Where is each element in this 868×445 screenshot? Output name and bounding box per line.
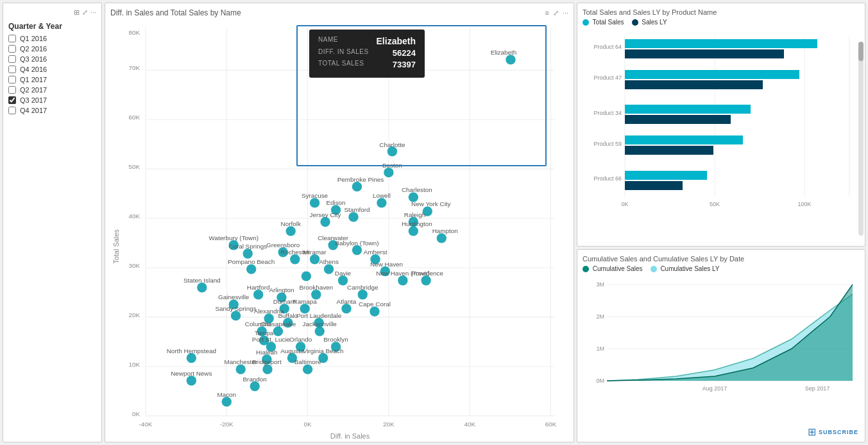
bar-chart-title: Total Sales and Sales LY by Product Name bbox=[583, 8, 860, 16]
svg-text:Augusta: Augusta bbox=[280, 347, 304, 354]
svg-rect-165 bbox=[625, 49, 784, 58]
svg-point-70 bbox=[290, 254, 300, 264]
svg-text:Brandon: Brandon bbox=[243, 376, 267, 383]
filter-checkbox-7[interactable] bbox=[8, 107, 16, 114]
svg-text:-20K: -20K bbox=[220, 421, 234, 428]
svg-text:0K: 0K bbox=[621, 201, 628, 207]
svg-text:Raleigh: Raleigh bbox=[404, 211, 426, 218]
svg-text:Diff. in Sales: Diff. in Sales bbox=[330, 432, 370, 440]
filter-checkbox-5[interactable] bbox=[8, 86, 16, 94]
svg-point-72 bbox=[310, 254, 319, 264]
filter-item-q3-2017[interactable]: Q3 2017 bbox=[8, 96, 96, 104]
svg-text:Ramapa: Ramapa bbox=[293, 298, 318, 305]
svg-rect-167 bbox=[625, 80, 763, 89]
cumulative-legend: Cumulative Sales Cumulative Sales LY bbox=[583, 265, 860, 272]
svg-text:Hialeah: Hialeah bbox=[256, 349, 278, 356]
filter-panel: ⊞ ⤢ ··· Quarter & Year Q1 2016Q2 2016Q3 … bbox=[3, 3, 102, 442]
svg-text:Cambridge: Cambridge bbox=[347, 284, 379, 291]
panel-header: ⊞ ⤢ ··· bbox=[8, 8, 96, 17]
svg-text:Aug 2017: Aug 2017 bbox=[702, 385, 728, 392]
svg-text:100K: 100K bbox=[797, 201, 811, 207]
svg-text:Baltimore: Baltimore bbox=[294, 358, 321, 365]
svg-point-114 bbox=[273, 326, 283, 336]
svg-text:Hartford: Hartford bbox=[247, 284, 270, 291]
svg-text:Atlanta: Atlanta bbox=[337, 298, 357, 305]
svg-text:Product 34: Product 34 bbox=[593, 110, 622, 116]
svg-point-106 bbox=[231, 311, 241, 320]
svg-text:Macon: Macon bbox=[217, 391, 236, 398]
svg-point-135 bbox=[262, 364, 272, 374]
svg-text:20K: 20K bbox=[383, 421, 395, 428]
svg-point-138 bbox=[187, 376, 196, 385]
filter-item-q1-2017[interactable]: Q1 2017 bbox=[8, 76, 96, 83]
svg-rect-164 bbox=[625, 39, 817, 48]
filter-label-5: Q2 2017 bbox=[20, 86, 47, 94]
svg-text:New Haven: New Haven bbox=[370, 261, 403, 268]
filter-checkbox-6[interactable] bbox=[8, 96, 16, 104]
svg-text:Product 66: Product 66 bbox=[593, 175, 622, 182]
scatter-area[interactable]: Total Sales 0K 10K 20K 30K 40K 50K 60K 7… bbox=[110, 20, 568, 445]
filter-label-7: Q4 2017 bbox=[20, 107, 47, 114]
svg-text:Pompano Beach: Pompano Beach bbox=[228, 258, 275, 265]
legend-sales-ly: Sales LY bbox=[632, 19, 667, 26]
svg-point-68 bbox=[243, 249, 253, 258]
svg-rect-171 bbox=[625, 146, 713, 155]
svg-text:Staten Island: Staten Island bbox=[183, 277, 221, 284]
grid-icon[interactable]: ⊞ bbox=[74, 8, 80, 17]
svg-text:70K: 70K bbox=[129, 64, 140, 71]
more-icon[interactable]: ··· bbox=[90, 8, 96, 17]
scrollbar[interactable] bbox=[858, 42, 864, 236]
expand-icon[interactable]: ⤢ bbox=[82, 8, 88, 17]
svg-rect-172 bbox=[625, 171, 707, 180]
svg-point-102 bbox=[341, 304, 351, 313]
subscribe-button[interactable]: ⊞ SUBSCRIBE bbox=[808, 426, 858, 438]
cumulative-svg: 3M 2M 1M 0M Aug 2017 Sep 2017 bbox=[583, 275, 860, 397]
scatter-controls: ≡ ⤢ ··· bbox=[545, 9, 568, 17]
filter-item-q2-2017[interactable]: Q2 2017 bbox=[8, 86, 96, 94]
svg-text:20K: 20K bbox=[129, 311, 140, 318]
svg-point-54 bbox=[286, 226, 296, 236]
svg-text:Hampton: Hampton bbox=[432, 227, 458, 234]
filter-item-q2-2016[interactable]: Q2 2016 bbox=[8, 45, 96, 53]
filter-item-q3-2016[interactable]: Q3 2016 bbox=[8, 55, 96, 63]
filter-label-6: Q3 2017 bbox=[20, 96, 47, 104]
filter-checkbox-3[interactable] bbox=[8, 65, 16, 73]
filter-checkbox-1[interactable] bbox=[8, 45, 16, 53]
svg-text:30K: 30K bbox=[129, 262, 140, 269]
svg-text:10K: 10K bbox=[129, 361, 140, 368]
menu-icon[interactable]: ≡ bbox=[545, 9, 549, 17]
filter-checkbox-2[interactable] bbox=[8, 55, 16, 63]
svg-point-86 bbox=[338, 275, 348, 285]
svg-point-81 bbox=[398, 275, 407, 285]
svg-text:-40K: -40K bbox=[139, 421, 152, 428]
legend-cumulative-ly: Cumulative Sales LY bbox=[651, 265, 720, 272]
svg-text:40K: 40K bbox=[129, 213, 140, 220]
filter-checkbox-0[interactable] bbox=[8, 35, 16, 42]
more-icon[interactable]: ··· bbox=[563, 9, 568, 17]
svg-point-77 bbox=[324, 264, 334, 274]
svg-text:50K: 50K bbox=[129, 163, 140, 170]
svg-text:Orlando: Orlando bbox=[289, 336, 312, 343]
svg-text:Greensboro: Greensboro bbox=[266, 241, 300, 249]
filter-item-q4-2017[interactable]: Q4 2017 bbox=[8, 107, 96, 114]
svg-point-51 bbox=[348, 212, 358, 222]
cumulative-title: Cumulative Sales and Cumulative Sales LY… bbox=[583, 255, 860, 263]
svg-text:50K: 50K bbox=[710, 201, 720, 207]
svg-text:Davie: Davie bbox=[335, 270, 352, 277]
cumulative-panel: Cumulative Sales and Cumulative Sales LY… bbox=[577, 249, 865, 442]
expand-icon[interactable]: ⤢ bbox=[553, 9, 559, 17]
svg-text:0K: 0K bbox=[132, 410, 140, 417]
svg-text:Elizabeth: Elizabeth bbox=[491, 49, 517, 56]
svg-point-37 bbox=[352, 182, 362, 191]
svg-point-140 bbox=[250, 381, 259, 391]
filter-item-q4-2016[interactable]: Q4 2016 bbox=[8, 65, 96, 73]
svg-point-83 bbox=[421, 275, 430, 285]
scrollbar-thumb[interactable] bbox=[858, 42, 864, 61]
filter-item-q1-2016[interactable]: Q1 2016 bbox=[8, 35, 96, 42]
svg-text:Amherst: Amherst bbox=[364, 249, 387, 256]
bar-chart-svg: Product 64 Product 47 Product 34 Product… bbox=[583, 30, 860, 216]
svg-point-85 bbox=[302, 271, 311, 281]
filter-checkbox-4[interactable] bbox=[8, 76, 16, 83]
scatter-title: Diff. in Sales and Total Sales by Name bbox=[110, 8, 241, 17]
filter-label-1: Q2 2016 bbox=[20, 45, 47, 53]
